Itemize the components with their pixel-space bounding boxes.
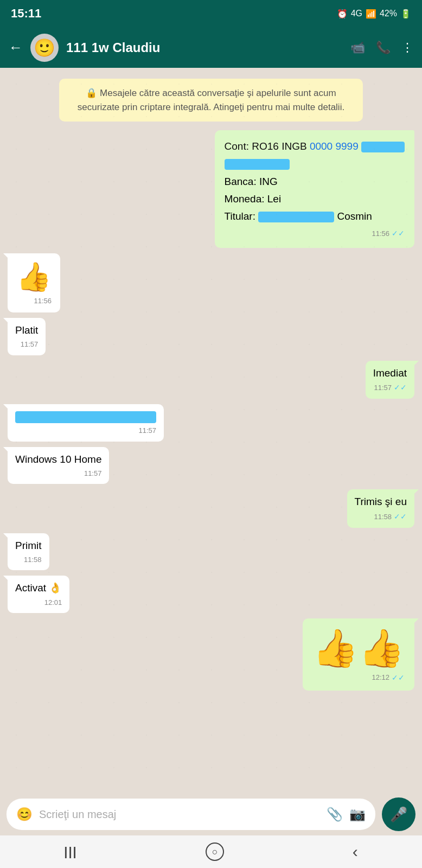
emoji-button[interactable]: 😊 — [16, 807, 33, 822]
chat-header: ← 🙂 111 1w Claudiu 📹 📞 ⋮ — [0, 27, 422, 68]
imediat-text: Imediat — [373, 367, 407, 379]
platit-bubble: Platit 11:57 — [8, 318, 46, 355]
message-row-platit: Platit 11:57 — [8, 318, 414, 355]
account-blurred-line: xxx — [225, 155, 405, 173]
primit-text: Primit — [15, 540, 42, 551]
message-input-field[interactable]: 😊 Scrieţi un mesaj 📎 📷 — [7, 799, 375, 830]
back-button[interactable]: ← — [9, 39, 23, 56]
account-number: 0000 9999 — [310, 141, 361, 152]
bank-bubble: Cont: RO16 INGB 0000 9999 xxxx xxx Banca… — [215, 130, 414, 248]
message-row-primit: Primit 11:58 — [8, 533, 414, 571]
activat-text: Activat 👌 — [15, 582, 62, 593]
primit-bubble: Primit 11:58 — [8, 533, 49, 571]
trimis-bubble: Trimis şi eu 11:58 ✓✓ — [347, 489, 414, 527]
double-thumbs-emoji: 👍👍 — [312, 627, 405, 668]
bubble-meta: 11:57 — [15, 469, 101, 478]
message-row-imediat: Imediat 11:57 ✓✓ — [8, 361, 414, 399]
contact-name[interactable]: 111 1w Claudiu — [66, 40, 343, 55]
msg-time: 11:58 — [374, 512, 392, 522]
bubble-meta: 11:56 ✓✓ — [225, 227, 405, 240]
attach-button[interactable]: 📎 — [327, 807, 343, 822]
double-thumbs-bubble: 👍👍 12:12 ✓✓ — [303, 618, 414, 691]
platit-text: Platit — [15, 324, 38, 336]
email-link-blurred[interactable]: v...@yahoo.com — [15, 411, 156, 423]
msg-time: 11:57 — [84, 469, 102, 478]
msg-time: 11:57 — [138, 426, 156, 436]
msg-ticks: ✓✓ — [394, 512, 407, 522]
message-row-bank: Cont: RO16 INGB 0000 9999 xxxx xxx Banca… — [8, 130, 414, 248]
msg-ticks: ✓✓ — [392, 227, 405, 240]
msg-ticks: ✓✓ — [394, 382, 407, 393]
windows-text: Windows 10 Home — [15, 454, 101, 465]
encryption-notice[interactable]: 🔒 Mesajele către această conversaţie şi … — [59, 79, 363, 122]
status-bar: 15:11 ⏰ 4G 📶 42% 🔋 — [0, 0, 422, 27]
more-options-icon[interactable]: ⋮ — [401, 41, 413, 55]
nav-back-icon[interactable]: ‹ — [353, 843, 358, 861]
trimis-text: Trimis şi eu — [355, 496, 407, 507]
input-bar: 😊 Scrieţi un mesaj 📎 📷 🎤 — [0, 793, 422, 835]
video-call-icon[interactable]: 📹 — [350, 41, 365, 55]
encryption-text: Mesajele către această conversaţie şi ap… — [78, 88, 344, 112]
alarm-icon: ⏰ — [337, 9, 348, 19]
titular-blurred: xxxxxx — [258, 212, 334, 222]
battery-level: 42% — [380, 9, 397, 18]
status-icons: ⏰ 4G 📶 42% 🔋 — [337, 9, 411, 19]
msg-time: 11:57 — [21, 340, 39, 349]
thumbs-bubble: 👍 11:56 — [8, 253, 60, 312]
msg-time: 12:01 — [44, 598, 62, 608]
line-blurred: xxx — [225, 159, 290, 170]
moneda-line: Moneda: Lei — [225, 190, 405, 208]
message-row-email: v...@yahoo.com 11:57 — [8, 404, 414, 442]
msg-time: 11:58 — [24, 555, 42, 565]
status-time: 15:11 — [11, 7, 41, 21]
nav-home-icon[interactable]: ○ — [206, 843, 224, 861]
bubble-meta: 11:57 — [15, 340, 38, 349]
msg-time: 11:56 — [372, 228, 389, 240]
bubble-meta: 12:01 — [15, 598, 62, 608]
bubble-meta: 11:57 — [15, 426, 156, 436]
bubble-meta: 11:58 ✓✓ — [355, 512, 407, 522]
thumbs-emoji: 👍 — [16, 261, 52, 292]
message-row-thumbsup: 👍 11:56 — [8, 253, 414, 312]
mic-button[interactable]: 🎤 — [382, 797, 415, 831]
battery-icon: 🔋 — [400, 9, 411, 19]
signal-icon: 📶 — [366, 9, 376, 19]
msg-ticks: ✓✓ — [392, 673, 405, 684]
account-blurred: xxxx — [361, 142, 405, 152]
message-row-trimis: Trimis şi eu 11:58 ✓✓ — [8, 489, 414, 527]
message-row-activat: Activat 👌 12:01 — [8, 576, 414, 613]
nav-menu-icon[interactable]: ||| — [64, 845, 77, 859]
lock-icon: 🔒 — [86, 88, 97, 98]
email-bubble: v...@yahoo.com 11:57 — [8, 404, 164, 442]
titular-line: Titular: xxxxxx Cosmin — [225, 208, 405, 225]
bubble-meta: 12:12 ✓✓ — [312, 673, 405, 684]
bubble-meta: 11:57 ✓✓ — [373, 382, 407, 393]
header-actions: 📹 📞 ⋮ — [350, 41, 413, 55]
banca-line: Banca: ING — [225, 173, 405, 190]
network-type: 4G — [351, 9, 362, 18]
bubble-meta: 11:58 — [15, 555, 42, 565]
account-line: Cont: RO16 INGB 0000 9999 xxxx — [225, 138, 405, 155]
activat-bubble: Activat 👌 12:01 — [8, 576, 69, 613]
windows-bubble: Windows 10 Home 11:57 — [8, 447, 109, 484]
avatar[interactable]: 🙂 — [30, 34, 59, 62]
message-placeholder[interactable]: Scrieţi un mesaj — [39, 808, 320, 821]
bubble-meta: 11:56 — [16, 296, 52, 306]
mic-icon: 🎤 — [390, 806, 407, 823]
msg-time: 11:57 — [374, 383, 392, 393]
imediat-bubble: Imediat 11:57 ✓✓ — [366, 361, 414, 399]
message-row-double-thumbs: 👍👍 12:12 ✓✓ — [8, 618, 414, 691]
msg-time: 11:56 — [34, 296, 52, 306]
nav-bar: ||| ○ ‹ — [0, 835, 422, 868]
cont-label: Cont: RO16 INGB — [225, 141, 310, 152]
camera-button[interactable]: 📷 — [349, 807, 366, 822]
chat-area: 🔒 Mesajele către această conversaţie şi … — [0, 68, 422, 795]
message-row-windows: Windows 10 Home 11:57 — [8, 447, 414, 484]
voice-call-icon[interactable]: 📞 — [376, 41, 391, 55]
msg-time: 12:12 — [372, 673, 389, 682]
